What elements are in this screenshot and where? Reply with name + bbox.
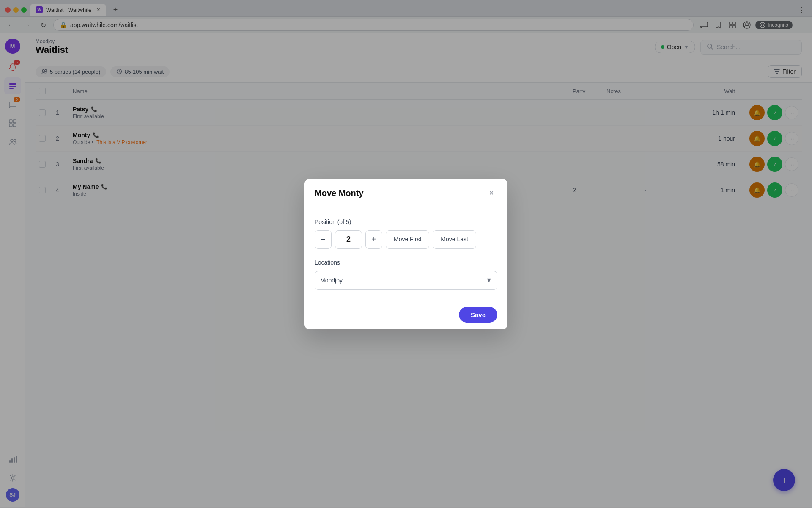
position-controls: − 2 + Move First Move Last <box>315 230 497 249</box>
move-first-button[interactable]: Move First <box>386 230 429 249</box>
position-value: 2 <box>335 230 362 249</box>
position-label: Position (of 5) <box>315 218 497 225</box>
modal-header: Move Monty × <box>304 179 508 208</box>
modal-overlay: Move Monty × Position (of 5) − 2 + Move … <box>0 0 812 508</box>
move-modal: Move Monty × Position (of 5) − 2 + Move … <box>304 179 508 329</box>
location-select-wrapper: Moodjoy ▼ <box>315 271 497 290</box>
save-button[interactable]: Save <box>459 307 497 323</box>
location-select[interactable]: Moodjoy <box>315 271 497 290</box>
position-plus-button[interactable]: + <box>365 230 382 249</box>
modal-close-button[interactable]: × <box>486 188 497 199</box>
modal-body: Position (of 5) − 2 + Move First Move La… <box>304 208 508 300</box>
location-label: Locations <box>315 259 497 266</box>
modal-title: Move Monty <box>315 188 364 198</box>
move-last-button[interactable]: Move Last <box>433 230 476 249</box>
modal-footer: Save <box>304 300 508 329</box>
position-minus-button[interactable]: − <box>315 230 332 249</box>
